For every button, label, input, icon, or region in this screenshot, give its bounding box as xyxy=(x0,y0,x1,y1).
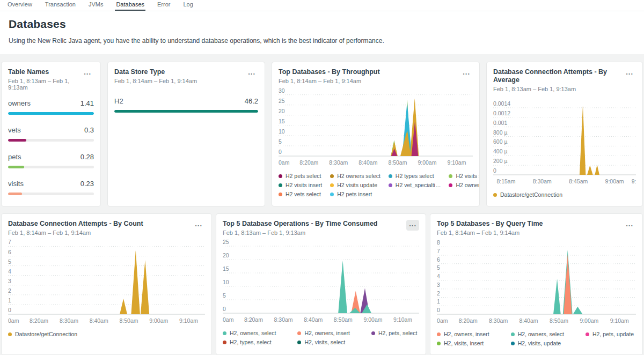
card-title: Top 5 Database Operations - By Time Cons… xyxy=(223,220,378,228)
card-menu-button[interactable]: ... xyxy=(192,220,205,231)
legend-item[interactable]: Datastore/getConnection xyxy=(493,191,562,198)
legend-item[interactable]: H2, types, select xyxy=(223,339,276,345)
svg-text:6: 6 xyxy=(437,256,440,263)
legend-item[interactable]: H2, owners, insert xyxy=(437,331,489,337)
card-title: Database Connection Attempts - By Averag… xyxy=(493,68,623,84)
card-menu-button[interactable]: ... xyxy=(245,68,258,79)
nav-tab-jvms[interactable]: JVMs xyxy=(87,0,105,11)
bar-row: visits0.23 xyxy=(8,180,94,195)
svg-text:8: 8 xyxy=(437,239,440,246)
legend-item[interactable]: H2 vets select xyxy=(279,191,322,197)
svg-text:0: 0 xyxy=(437,307,440,313)
svg-text:25: 25 xyxy=(279,98,285,104)
legend-item[interactable]: H2, owners, select xyxy=(511,331,564,337)
bar-value: 46.2 xyxy=(245,97,258,105)
bar-value: 1.41 xyxy=(80,99,94,107)
card-timerange: Feb 1, 8:14am – Feb 1, 9:14am xyxy=(114,78,197,84)
legend-dot-icon xyxy=(511,342,515,345)
bar-track xyxy=(8,193,94,195)
card-title: Data Store Type xyxy=(114,68,197,76)
legend-label: H2 vets select xyxy=(286,191,321,197)
legend-label: Datastore/getConnection xyxy=(15,331,77,337)
bar-track xyxy=(114,110,258,113)
bar-fill xyxy=(8,193,22,195)
svg-text:8:20am: 8:20am xyxy=(244,316,263,323)
nav-tab-transaction[interactable]: Transaction xyxy=(44,0,77,11)
legend-item[interactable]: H2 pets select xyxy=(279,173,322,179)
legend-item[interactable]: H2 visits select xyxy=(449,173,480,179)
card-menu-button[interactable]: ... xyxy=(406,220,419,231)
legend-label: H2 vet_specialti… xyxy=(396,182,441,188)
nav-tab-overview[interactable]: Overview xyxy=(6,0,33,11)
nav-tab-log[interactable]: Log xyxy=(182,0,194,11)
bar-label: H2 xyxy=(114,97,123,105)
legend-label: H2, types, select xyxy=(230,339,272,345)
query-time-chart[interactable]: 8765432108:10am8:20am8:30am8:40am8:50am9… xyxy=(437,239,636,327)
svg-text:1: 1 xyxy=(8,297,11,304)
legend-item[interactable]: H2 owners insert xyxy=(449,182,480,188)
svg-text:8:10am: 8:10am xyxy=(279,159,290,166)
card-menu-button[interactable]: ... xyxy=(623,220,636,231)
svg-text:200 µ: 200 µ xyxy=(493,158,508,164)
card-menu-button[interactable]: ... xyxy=(623,68,636,79)
legend-item[interactable]: H2, owners, select xyxy=(223,330,276,336)
bar-row: owners1.41 xyxy=(8,99,94,115)
legend-label: H2, owners, select xyxy=(518,331,564,337)
legend-item[interactable]: H2, visits, select xyxy=(297,339,350,345)
nav-tab-databases[interactable]: Databases xyxy=(115,0,145,11)
svg-text:0.0014: 0.0014 xyxy=(493,100,510,107)
legend-item[interactable]: H2 vet_specialti… xyxy=(389,182,441,188)
svg-text:4: 4 xyxy=(437,273,440,279)
card-timerange: Feb 1, 8:14am – Feb 1, 9:14am xyxy=(8,230,143,236)
card-title: Table Names xyxy=(8,68,81,76)
bar-value: 0.28 xyxy=(80,153,94,161)
svg-text:25: 25 xyxy=(223,239,229,245)
bar-label: visits xyxy=(8,180,24,188)
legend-label: H2 pets select xyxy=(286,173,321,179)
legend-item[interactable]: H2, pets, update xyxy=(586,331,634,337)
legend-dot-icon xyxy=(449,174,452,178)
svg-text:8:50am: 8:50am xyxy=(388,159,407,166)
card-menu-button[interactable]: ... xyxy=(81,68,94,79)
svg-text:7: 7 xyxy=(8,239,11,245)
legend-label: H2 owners select xyxy=(337,173,380,179)
card-menu-button[interactable]: ... xyxy=(460,68,473,79)
legend-item[interactable]: H2 visits insert xyxy=(279,182,322,188)
legend-dot-icon xyxy=(586,332,589,336)
svg-text:8:10am: 8:10am xyxy=(437,317,448,324)
legend-dot-icon xyxy=(297,341,301,344)
legend-item[interactable]: H2 pets insert xyxy=(330,191,380,197)
legend-item[interactable]: H2, visits, insert xyxy=(437,340,489,346)
svg-text:10: 10 xyxy=(223,279,229,285)
legend-item[interactable]: H2, pets, select xyxy=(371,330,417,336)
legend-item[interactable]: H2, visits, update xyxy=(511,340,564,346)
svg-text:0.0012: 0.0012 xyxy=(493,110,510,116)
legend-dot-icon xyxy=(389,174,392,178)
svg-text:9:00am: 9:00am xyxy=(580,317,598,324)
svg-text:9:00am: 9:00am xyxy=(363,316,382,323)
legend-item[interactable]: H2, owners, insert xyxy=(297,330,350,336)
legend-item[interactable]: H2 visits update xyxy=(330,182,380,188)
connection-count-chart[interactable]: 765432108:10am8:20am8:30am8:40am8:50am9:… xyxy=(8,239,205,327)
legend-dot-icon xyxy=(223,331,226,335)
time-consumed-chart[interactable]: 25201510508:10am8:20am8:30am8:40am8:50am… xyxy=(223,239,419,326)
svg-text:8:30am: 8:30am xyxy=(60,317,78,324)
svg-text:8:30am: 8:30am xyxy=(274,316,293,323)
legend-dot-icon xyxy=(493,193,497,197)
bar-fill xyxy=(8,112,94,115)
svg-text:9:10am: 9:10am xyxy=(179,317,198,324)
connection-average-chart[interactable]: 0.00140.00120.001800 µ600 µ400 µ200 µ08:… xyxy=(493,99,636,188)
svg-text:3: 3 xyxy=(8,278,11,284)
bar-track xyxy=(8,139,94,142)
bar-row: vets0.3 xyxy=(8,126,94,142)
nav-tab-error[interactable]: Error xyxy=(156,0,171,11)
legend-dot-icon xyxy=(297,331,301,335)
card-data-store-type: Data Store Type Feb 1, 8:14am – Feb 1, 9… xyxy=(107,62,265,206)
legend-item[interactable]: Datastore/getConnection xyxy=(8,331,77,337)
legend-item[interactable]: H2 types select xyxy=(389,173,441,179)
legend-label: H2 visits select xyxy=(456,173,480,179)
legend-item[interactable]: H2 owners select xyxy=(330,173,380,179)
throughput-chart[interactable]: 3025201510508:10am8:20am8:30am8:40am8:50… xyxy=(279,87,473,169)
legend-label: Datastore/getConnection xyxy=(500,191,562,198)
legend-dot-icon xyxy=(279,174,282,178)
